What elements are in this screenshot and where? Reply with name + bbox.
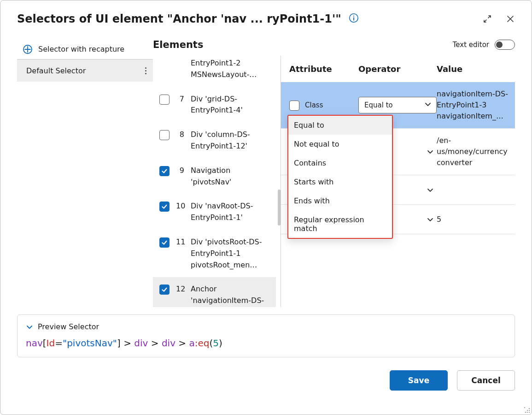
element-row[interactable]: EntryPoint1-2 MSNewsLayout-…	[153, 56, 276, 87]
operator-option[interactable]: Ends with	[288, 191, 392, 210]
operator-option[interactable]: Contains	[288, 154, 392, 172]
text-editor-label: Text editor	[453, 41, 489, 49]
svg-point-1	[353, 16, 354, 17]
element-index: 8	[176, 129, 184, 139]
operator-option[interactable]: Not equal to	[288, 135, 392, 154]
element-checkbox[interactable]	[159, 202, 170, 212]
attribute-value: 5	[437, 214, 509, 225]
operator-dropdown[interactable]: Equal toNot equal toContainsStarts withE…	[287, 115, 393, 239]
save-button[interactable]: Save	[390, 370, 448, 391]
chevron-down-icon	[424, 101, 432, 110]
preview-selector-panel: Preview Selector nav[Id="pivotsNav"] > d…	[17, 314, 515, 357]
element-row[interactable]: 8Div 'column-DS-EntryPoint1-12'	[153, 123, 276, 159]
element-label: Div 'column-DS-EntryPoint1-12'	[191, 129, 272, 152]
selector-builder-dialog: Selectors of UI element "Anchor 'nav ...…	[0, 0, 532, 415]
operator-option[interactable]: Starts with	[288, 172, 392, 191]
selector-with-recapture-label: Selector with recapture	[38, 45, 124, 53]
preview-toggle[interactable]: Preview Selector	[26, 322, 506, 331]
attribute-value: /en-us/money/currencyconverter	[437, 135, 509, 168]
cancel-button[interactable]: Cancel	[457, 370, 515, 391]
close-icon[interactable]	[502, 11, 519, 27]
attribute-table-header: Attribute Operator Value	[281, 56, 515, 82]
svg-rect-2	[353, 17, 354, 20]
element-index: 12	[176, 284, 184, 293]
element-row[interactable]: 11Div 'pivotsRoot-DS-EntryPoint1-1 pivot…	[153, 230, 276, 277]
element-label: Div 'pivotsRoot-DS-EntryPoint1-1 pivotsR…	[191, 237, 272, 271]
element-row[interactable]: 10Div 'navRoot-DS-EntryPoint1-1'	[153, 194, 276, 230]
element-label: Div 'navRoot-DS-EntryPoint1-1'	[191, 201, 272, 224]
attribute-checkbox[interactable]	[289, 101, 299, 111]
more-options-icon[interactable]	[142, 65, 149, 77]
element-label: EntryPoint1-2 MSNewsLayout-…	[191, 58, 272, 81]
element-checkbox[interactable]	[159, 95, 170, 105]
attribute-pane: Attribute Operator Value ClassEqual tona…	[281, 56, 515, 307]
element-index	[176, 58, 184, 59]
element-checkbox[interactable]	[159, 130, 170, 140]
elements-header: Elements Text editor	[153, 39, 515, 56]
element-index: 10	[176, 201, 184, 210]
element-row[interactable]: 7Div 'grid-DS-EntryPoint1-4'	[153, 87, 276, 123]
element-checkbox[interactable]	[159, 237, 170, 248]
element-index: 11	[176, 237, 184, 246]
col-operator: Operator	[358, 64, 437, 74]
selector-item-label: Default Selector	[26, 66, 86, 75]
scrollbar-thumb[interactable]	[278, 190, 281, 225]
elements-list[interactable]: EntryPoint1-2 MSNewsLayout-…7Div 'grid-D…	[153, 56, 281, 307]
expand-icon[interactable]	[479, 11, 496, 27]
dialog-footer: Save Cancel	[0, 357, 532, 391]
elements-title: Elements	[153, 39, 203, 50]
dialog-title: Selectors of UI element "Anchor 'nav ...…	[17, 12, 341, 26]
element-checkbox[interactable]	[159, 166, 170, 176]
element-index: 9	[176, 165, 184, 175]
info-icon[interactable]	[349, 13, 359, 25]
operator-select[interactable]: Equal to	[358, 97, 437, 113]
text-editor-toggle[interactable]: Text editor	[453, 40, 515, 50]
element-label: Navigation 'pivotsNav'	[191, 165, 272, 188]
operator-value: Equal to	[364, 101, 393, 109]
resize-grip-icon[interactable]	[524, 407, 531, 414]
element-label: Div 'grid-DS-EntryPoint1-4'	[191, 94, 272, 117]
col-value: Value	[437, 64, 509, 74]
element-row[interactable]: 12Anchor 'navigationItem-DS-EntryPoint1-…	[153, 277, 276, 307]
element-index: 7	[176, 94, 184, 103]
selector-item[interactable]: Default Selector	[17, 59, 153, 82]
element-label: Anchor 'navigationItem-DS-EntryPoint1-…	[191, 284, 272, 307]
attribute-name: Class	[305, 101, 323, 109]
toggle-track	[495, 40, 515, 50]
operator-option[interactable]: Regular expression match	[288, 210, 392, 238]
selector-with-recapture-button[interactable]: Selector with recapture	[17, 39, 153, 59]
element-row[interactable]: 9Navigation 'pivotsNav'	[153, 159, 276, 195]
attribute-value: navigationItem-DS-EntryPoint1-3 navigati…	[437, 89, 509, 122]
element-checkbox[interactable]	[159, 285, 170, 295]
col-attribute: Attribute	[289, 64, 358, 74]
dialog-header: Selectors of UI element "Anchor 'nav ...…	[0, 0, 532, 27]
selector-code: nav[Id="pivotsNav"] > div > div > a:eq(5…	[26, 338, 506, 349]
preview-label: Preview Selector	[38, 322, 99, 331]
selectors-sidebar: Selector with recapture Default Selector	[17, 39, 153, 307]
operator-option[interactable]: Equal to	[288, 116, 392, 135]
